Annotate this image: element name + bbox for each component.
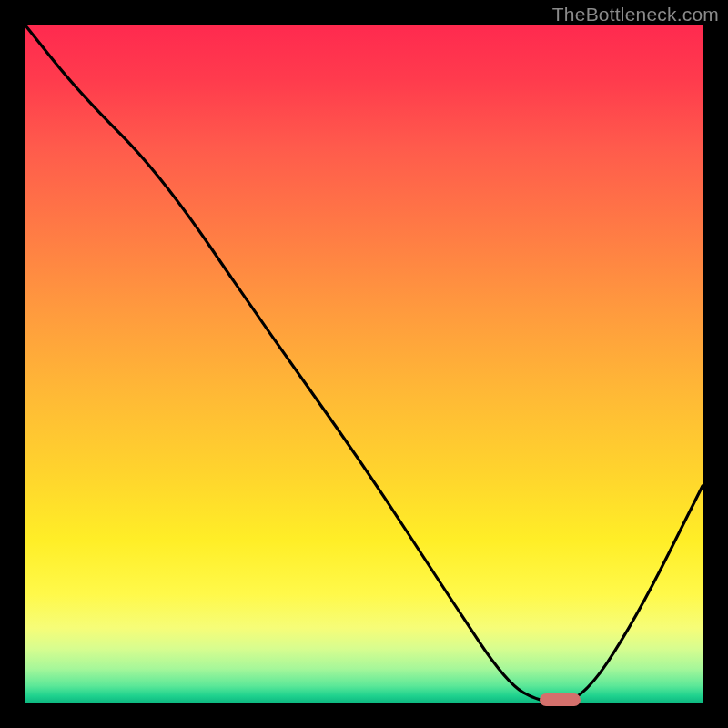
plot-area — [25, 25, 703, 703]
minimum-marker — [540, 693, 581, 706]
bottleneck-curve — [25, 25, 703, 703]
curve-path — [25, 25, 703, 703]
watermark-text: TheBottleneck.com — [552, 4, 719, 25]
chart-container: TheBottleneck.com — [0, 0, 728, 728]
